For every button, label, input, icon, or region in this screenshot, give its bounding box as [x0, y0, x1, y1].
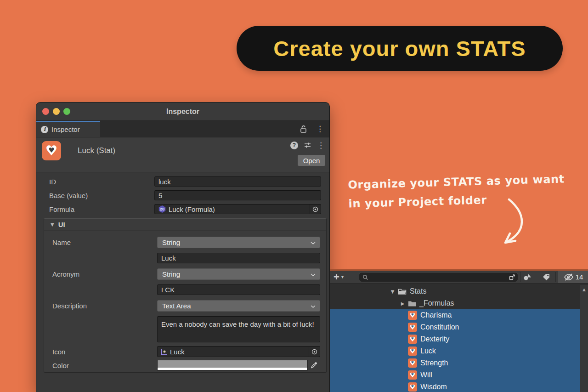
icon-object-field[interactable]: Luck [157, 346, 320, 357]
stat-label: Constitution [420, 323, 459, 331]
context-menu-icon[interactable]: ⋮ [317, 142, 325, 149]
sprite-icon [161, 349, 167, 355]
folder-label: _Formulas [419, 299, 454, 307]
description-type-row: Description Text Area [52, 300, 320, 312]
foldout-closed-icon[interactable]: ▶ [400, 301, 406, 306]
base-row: Base (value) 5 [49, 190, 321, 200]
ui-foldout[interactable]: ▼ UI [44, 219, 326, 231]
id-label: ID [49, 178, 154, 186]
tree-row-stat[interactable]: ♥ ♥ Will [330, 369, 580, 381]
tree-row-stat[interactable]: ♥ ♥ Luck [330, 345, 580, 357]
project-toolbar: + ▾ [330, 271, 588, 284]
filter-by-label-icon[interactable] [542, 273, 550, 281]
search-input[interactable] [359, 272, 518, 282]
foldout-open-icon: ▼ [51, 222, 54, 227]
hidden-count: 14 [576, 273, 583, 281]
stat-heart-icon: ♥ ♥ [408, 370, 417, 380]
name-value-row: Luck [52, 253, 320, 263]
tab-inspector[interactable]: i Inspector [36, 121, 100, 137]
icon-row: Icon Luck [52, 346, 320, 357]
description-label: Description [52, 300, 157, 312]
tab-bar: i Inspector ⋮ [36, 121, 329, 137]
acronym-value-row: LCK [52, 284, 320, 295]
search-detach-icon[interactable] [509, 273, 516, 281]
stat-heart-icon: ♥ ♥ [408, 311, 417, 320]
base-input[interactable]: 5 [154, 190, 321, 200]
stat-heart-icon: ♥ ♥ [408, 335, 417, 344]
description-value-row: Even a nobody can save the day with a bi… [52, 316, 320, 342]
icon-value: Luck [170, 348, 185, 356]
asset-header: ♥ ♥ Luck (Stat) ? ⋮ Open [36, 137, 329, 172]
tree-row-stat[interactable]: ♥ ♥ Charisma [330, 309, 580, 321]
acronym-label: Acronym [52, 268, 157, 280]
color-row: Color [52, 360, 320, 370]
formula-row: Formula 20 Luck (Formula) [49, 204, 321, 214]
eyedropper-button[interactable] [308, 360, 320, 370]
help-icon[interactable]: ? [290, 142, 298, 149]
scroll-up-icon[interactable]: ▲ [582, 287, 586, 392]
unlock-icon[interactable] [300, 125, 307, 133]
ui-section: ▼ UI Name String Luck Acronym String LCK [44, 218, 327, 373]
tree-row-stat[interactable]: ♥ ♥ Constitution [330, 321, 580, 333]
acronym-type-dropdown[interactable]: String [157, 268, 320, 280]
name-input[interactable]: Luck [157, 253, 320, 263]
presets-icon[interactable] [304, 142, 311, 149]
asset-title: Luck (Stat) [78, 146, 115, 155]
chevron-down-icon [311, 273, 316, 276]
foldout-open-icon[interactable]: ▼ [390, 289, 396, 294]
name-type-row: Name String [52, 237, 320, 248]
window-title: Inspector [36, 108, 329, 116]
icon-object-picker[interactable] [309, 347, 320, 357]
formula-object-picker[interactable] [310, 205, 321, 214]
tree-row-stats-folder[interactable]: ▼ Stats [330, 285, 588, 297]
formula-object-field[interactable]: 20 Luck (Formula) [154, 204, 321, 214]
project-tree: ▼ Stats ▶ _Formulas ♥ ♥ Charisma [330, 284, 588, 392]
stat-label: Will [420, 371, 432, 379]
color-label: Color [52, 360, 157, 370]
color-swatch[interactable] [157, 360, 308, 370]
tab-menu-icon[interactable]: ⋮ [316, 125, 324, 133]
tree-row-stat[interactable]: ♥ ♥ Dexterity [330, 333, 580, 345]
name-type-dropdown[interactable]: String [157, 237, 320, 248]
folder-icon [408, 300, 417, 307]
project-panel: + ▾ [330, 269, 588, 392]
banner-text: Create your own STATS [273, 36, 526, 61]
stat-heart-icon: ♥ ♥ [408, 358, 417, 368]
acronym-input[interactable]: LCK [157, 284, 320, 295]
tree-row-stat[interactable]: ♥ ♥ Strength [330, 357, 580, 369]
description-textarea[interactable]: Even a nobody can save the day with a bi… [157, 316, 320, 342]
object-picker-icon [311, 349, 317, 355]
folder-label: Stats [410, 287, 426, 295]
stat-heart-icon: ♥ ♥ [408, 323, 417, 332]
eye-slash-icon [563, 273, 574, 281]
formula-label: Formula [49, 205, 154, 213]
stat-label: Dexterity [420, 335, 449, 343]
tree-row-formulas-folder[interactable]: ▶ _Formulas [330, 297, 588, 309]
tree-row-stat[interactable]: ♥ ♥ Wisdom [330, 381, 580, 392]
search-icon [362, 274, 368, 280]
stat-label: Strength [420, 359, 448, 367]
window-titlebar[interactable]: Inspector [36, 102, 329, 121]
id-row: ID luck [49, 176, 321, 187]
formula-value: Luck (Formula) [169, 205, 215, 213]
create-dropdown-icon[interactable]: ▾ [341, 274, 344, 280]
info-icon: i [41, 126, 48, 133]
stat-heart-icon: ♥ ♥ [408, 382, 417, 392]
acronym-type-row: Acronym String [52, 268, 320, 280]
filter-by-type-icon[interactable] [523, 273, 532, 281]
stat-label: Wisdom [420, 383, 447, 391]
chevron-down-icon [311, 305, 316, 308]
description-type-dropdown[interactable]: Text Area [157, 300, 320, 312]
open-button[interactable]: Open [298, 155, 325, 166]
hidden-packages-toggle[interactable]: 14 [558, 271, 588, 283]
id-input[interactable]: luck [154, 176, 321, 187]
chevron-down-icon [311, 242, 316, 244]
eyedropper-icon [311, 362, 317, 369]
scrollbar[interactable]: ▲ [580, 285, 588, 392]
stat-asset-icon: ♥ ♥ [42, 141, 61, 160]
open-folder-icon [398, 288, 407, 295]
stat-label: Luck [420, 347, 436, 355]
stat-label: Charisma [420, 311, 452, 319]
formula-asset-icon: 20 [158, 205, 166, 213]
create-asset-button[interactable]: + [334, 272, 339, 282]
